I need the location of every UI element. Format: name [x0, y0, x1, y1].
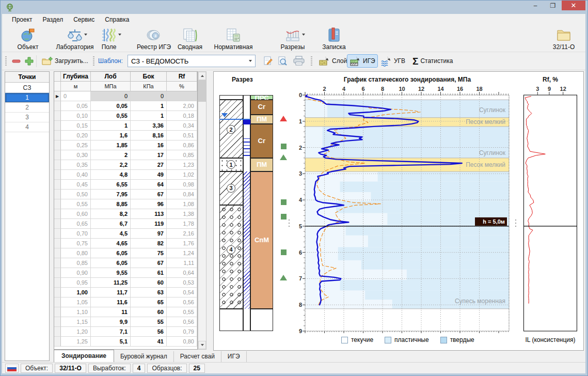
table-cell[interactable]: 0,53	[167, 278, 197, 288]
table-cell[interactable]: 4,8	[91, 170, 131, 180]
table-cell[interactable]: 0	[131, 91, 167, 101]
table-row[interactable]: 0,856,05671,11	[54, 258, 197, 268]
row-header-cell[interactable]	[54, 82, 61, 91]
table-cell[interactable]: 1,25	[61, 337, 91, 347]
point-item-1[interactable]: 1	[5, 93, 49, 103]
tab-Буровой журнал[interactable]: Буровой журнал	[114, 351, 174, 362]
table-cell[interactable]: 0,79	[167, 327, 197, 337]
table-cell[interactable]: 6,7	[91, 219, 131, 229]
table-cell[interactable]: 0,85	[167, 150, 197, 160]
table-row[interactable]: 1,0511,6650,56	[54, 297, 197, 307]
table-cell[interactable]: 75	[131, 248, 167, 258]
table-cell[interactable]: 1,24	[167, 248, 197, 258]
table-cell[interactable]: 0,84	[167, 190, 197, 199]
table-cell[interactable]: 56	[131, 327, 167, 337]
menu-item-Проект[interactable]: Проект	[7, 15, 37, 24]
table-cell[interactable]: 1,38	[167, 209, 197, 219]
table-cell[interactable]: 0,15	[61, 121, 91, 131]
table-cell[interactable]: 0,56	[167, 297, 197, 307]
table-row[interactable]: 0,100,5510,18	[54, 111, 197, 121]
row-header-cell[interactable]	[54, 219, 61, 229]
toolbar-button-Объект[interactable]: Объект	[11, 26, 44, 51]
table-scrollbar[interactable]	[198, 71, 206, 350]
table-cell[interactable]: м	[61, 82, 91, 91]
table-cell[interactable]: %	[167, 82, 197, 91]
menu-item-Сервис[interactable]: Сервис	[69, 15, 99, 24]
table-cell[interactable]: 60	[131, 307, 167, 317]
table-cell[interactable]: 7,95	[91, 190, 131, 199]
table-cell[interactable]: 49	[131, 170, 167, 180]
table-cell[interactable]: 0,80	[167, 337, 197, 347]
table-cell[interactable]: 0,54	[167, 288, 197, 297]
table-cell[interactable]: 65	[131, 297, 167, 307]
table-cell[interactable]: 0,45	[61, 180, 91, 190]
table-cell[interactable]: 1,76	[167, 239, 197, 248]
table-cell[interactable]: 8,2	[91, 209, 131, 219]
row-header-cell[interactable]	[54, 258, 61, 268]
table-row[interactable]: 0,404,8491,02	[54, 170, 197, 180]
table-cell[interactable]: 0,75	[61, 239, 91, 248]
maximize-button[interactable]: ❐	[544, 1, 562, 10]
table-cell[interactable]: 2,00	[167, 101, 197, 111]
ige-button[interactable]: ИГЭ	[347, 54, 378, 68]
point-item-2[interactable]: 2	[5, 103, 49, 113]
splitter-handle[interactable]	[289, 220, 290, 228]
table-cell[interactable]: 60	[131, 278, 167, 288]
table-cell[interactable]: 0,05	[61, 101, 91, 111]
tab-Зондирование[interactable]: Зондирование	[54, 350, 114, 362]
table-cell[interactable]: 67	[131, 190, 167, 199]
table-cell[interactable]: 7,1	[91, 327, 131, 337]
row-header-cell[interactable]	[54, 337, 61, 347]
row-header-cell[interactable]	[54, 199, 61, 209]
table-row[interactable]: 1,255,1410,80	[54, 337, 197, 347]
table-cell[interactable]: 1,00	[61, 288, 91, 297]
toolbar-button-Сводная[interactable]: Сводная	[173, 26, 206, 51]
table-cell[interactable]: 11,25	[91, 278, 131, 288]
table-cell[interactable]: 0,60	[61, 209, 91, 219]
legend-checkbox[interactable]	[341, 337, 348, 343]
table-row[interactable]: 0,9511,25600,53	[54, 278, 197, 288]
table-cell[interactable]: 119	[131, 219, 167, 229]
table-cell[interactable]: Лоб	[91, 72, 131, 82]
row-header-cell[interactable]	[54, 140, 61, 150]
table-cell[interactable]: 0,55	[61, 199, 91, 209]
table-cell[interactable]: 1,85	[91, 140, 131, 150]
table-cell[interactable]: 6,05	[91, 258, 131, 268]
table-cell[interactable]: 0,40	[61, 170, 91, 180]
table-cell[interactable]: Бок	[131, 72, 167, 82]
table-cell[interactable]: 0,65	[61, 219, 91, 229]
row-header-cell[interactable]	[54, 121, 61, 131]
edit-template-button[interactable]	[260, 54, 276, 68]
table-cell[interactable]: 0,50	[61, 190, 91, 199]
preview-button[interactable]	[275, 54, 290, 68]
row-header-cell[interactable]	[54, 111, 61, 121]
table-cell[interactable]: 1,08	[167, 199, 197, 209]
table-cell[interactable]: 1,10	[61, 307, 91, 317]
table-cell[interactable]: 16	[131, 140, 167, 150]
table-cell[interactable]: 0,64	[167, 268, 197, 278]
row-header-cell[interactable]	[54, 239, 61, 248]
table-row[interactable]: 0,558,85961,08	[54, 199, 197, 209]
table-cell[interactable]: 97	[131, 229, 167, 239]
table-cell[interactable]: 1,05	[61, 297, 91, 307]
row-header-cell[interactable]	[54, 101, 61, 111]
table-cell[interactable]: 82	[131, 239, 167, 248]
table-cell[interactable]: 41	[131, 337, 167, 347]
table-cell[interactable]: 0,85	[61, 258, 91, 268]
table-cell[interactable]: 8,85	[91, 199, 131, 209]
table-cell[interactable]: 9,55	[91, 268, 131, 278]
table-row[interactable]: ▶000	[54, 91, 197, 101]
table-cell[interactable]: Rf	[167, 72, 197, 82]
table-cell[interactable]: 0,95	[61, 278, 91, 288]
row-header-cell[interactable]	[54, 131, 61, 140]
table-cell[interactable]: 27	[131, 160, 167, 170]
table-row[interactable]: 0,302170,85	[54, 150, 197, 160]
table-cell[interactable]: 1,15	[61, 317, 91, 327]
table-cell[interactable]: 6,55	[91, 180, 131, 190]
print-button[interactable]	[290, 54, 308, 68]
table-cell[interactable]: 11	[91, 307, 131, 317]
table-cell[interactable]: 0,34	[167, 121, 197, 131]
ugv-button[interactable]: УГВ	[378, 54, 408, 68]
project-folder-button[interactable]: 32/11-О	[545, 26, 582, 51]
row-header-cell[interactable]	[54, 170, 61, 180]
